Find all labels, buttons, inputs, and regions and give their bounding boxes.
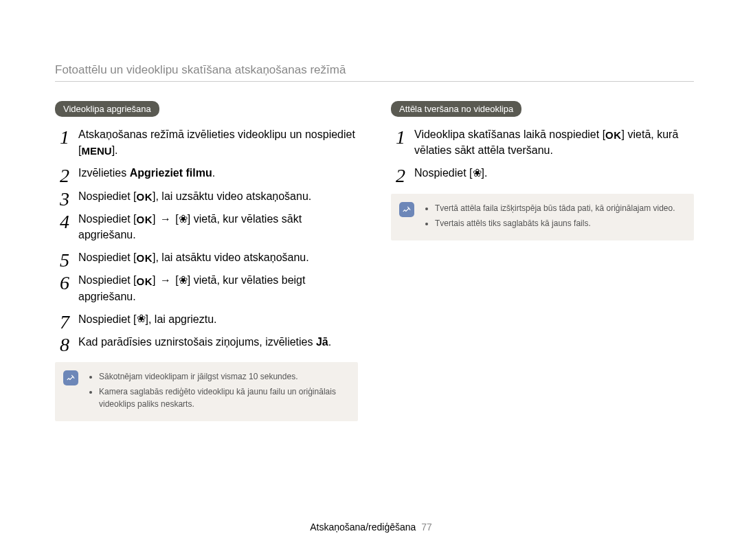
step-item: Nospiediet [❀], lai apgrieztu. [55,311,358,327]
step-text: Nospiediet [OK] → [❀] vietā, kur vēlatie… [78,274,305,302]
step-text: Nospiediet [OK], lai atsāktu video atska… [78,251,309,263]
note-item: Tvertais attēls tiks saglabāts kā jauns … [435,217,684,229]
step-item: Atskaņošanas režīmā izvēlieties videokli… [55,126,358,158]
footer-section: Atskaņošana/rediģēšana [310,522,416,533]
arrow-icon: → [159,274,172,286]
note-item: Sākotnējam videoklipam ir jāilgst vismaz… [99,370,348,383]
step-text: Atskaņošanas režīmā izvēlieties videokli… [78,128,355,156]
step-text: Videoklipa skatīšanas laikā nospiediet [… [414,128,678,156]
flower-icon: ❀ [179,214,188,225]
page-title: Fotoattēlu un videoklipu skatīšana atska… [55,63,694,82]
right-column: Attēla tveršana no videoklipa Videoklipa… [391,101,694,421]
step-text: Nospiediet [❀], lai apgrieztu. [78,313,217,325]
step-item: Nospiediet [OK] → [❀] vietā, kur vēlatie… [55,211,358,243]
left-column: Videoklipa apgriešana Atskaņošanas režīm… [55,101,358,421]
footer: Atskaņošana/rediģēšana 77 [0,522,742,533]
left-steps: Atskaņošanas režīmā izvēlieties videokli… [55,126,358,350]
note-item: Tvertā attēla faila izšķirtspēja būs tād… [435,202,684,214]
section-pill-left: Videoklipa apgriešana [55,101,159,117]
note-box-right: Tvertā attēla faila izšķirtspēja būs tād… [391,194,694,240]
ok-icon: OK [137,253,153,263]
ok-icon: OK [605,130,622,140]
note-list-right: Tvertā attēla faila izšķirtspēja būs tād… [425,202,684,229]
step-item: Kad parādīsies uznirstošais ziņojums, iz… [55,334,358,350]
note-box-left: Sākotnējam videoklipam ir jāilgst vismaz… [55,362,358,421]
step-item: Nospiediet [OK], lai atsāktu video atska… [55,249,358,265]
flower-icon: ❀ [137,313,146,324]
step-item: Nospiediet [❀]. [391,165,694,181]
note-list-left: Sākotnējam videoklipam ir jāilgst vismaz… [89,370,348,410]
step-text: Nospiediet [❀]. [414,167,487,179]
step-text: Nospiediet [OK] → [❀] vietā, kur vēlatie… [78,213,302,240]
step-text: Nospiediet [OK], lai uzsāktu video atska… [78,190,311,202]
ok-icon: OK [137,276,153,287]
flower-icon: ❀ [179,275,188,286]
ok-icon: OK [137,192,153,202]
section-pill-right: Attēla tveršana no videoklipa [391,101,521,117]
flower-icon: ❀ [473,168,482,179]
ok-icon: OK [137,214,153,225]
menu-icon: MENU [81,146,111,156]
note-item: Kamera saglabās rediģēto videoklipu kā j… [99,385,348,410]
step-item: Nospiediet [OK], lai uzsāktu video atska… [55,188,358,204]
arrow-icon: → [159,213,172,225]
info-icon [399,202,414,217]
right-steps: Videoklipa skatīšanas laikā nospiediet [… [391,126,694,181]
step-item: Nospiediet [OK] → [❀] vietā, kur vēlatie… [55,272,358,304]
info-icon [63,370,78,385]
step-text: Izvēlieties Apgrieziet filmu. [78,167,215,179]
step-item: Videoklipa skatīšanas laikā nospiediet [… [391,126,694,158]
step-text: Kad parādīsies uznirstošais ziņojums, iz… [78,336,331,348]
footer-page-number: 77 [421,522,432,533]
step-item: Izvēlieties Apgrieziet filmu. [55,165,358,181]
